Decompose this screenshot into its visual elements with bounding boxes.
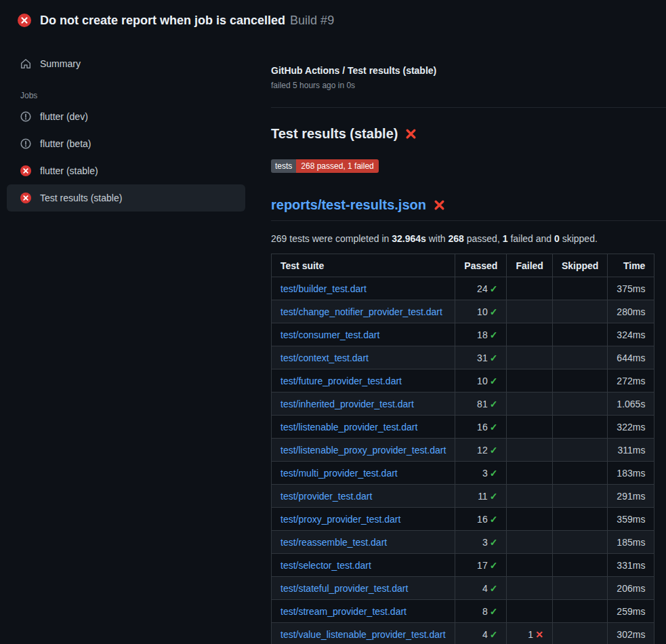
check-icon: ✓ bbox=[490, 329, 498, 340]
failed-status-icon bbox=[18, 14, 31, 27]
badge-label: tests bbox=[271, 159, 296, 173]
test-suite-link[interactable]: test/builder_test.dart bbox=[280, 283, 367, 294]
time-cell: 183ms bbox=[608, 462, 654, 485]
page-title: Do not create report when job is cancell… bbox=[40, 14, 285, 28]
check-title: Test results (stable) bbox=[271, 126, 398, 142]
test-suite-link[interactable]: test/selector_test.dart bbox=[280, 560, 371, 571]
time-cell: 644ms bbox=[608, 346, 654, 369]
table-row: test/reassemble_test.dart3✓185ms bbox=[272, 531, 654, 554]
test-suite-link[interactable]: test/multi_provider_test.dart bbox=[280, 468, 398, 479]
column-header: Failed bbox=[507, 254, 552, 277]
section-divider bbox=[271, 107, 666, 108]
failed-cell bbox=[507, 600, 552, 623]
check-icon: ✓ bbox=[490, 629, 498, 640]
sidebar-item-flutter-beta[interactable]: flutter (beta) bbox=[7, 130, 245, 157]
failed-cell bbox=[507, 531, 552, 554]
time-cell: 302ms bbox=[608, 623, 654, 644]
failed-cell bbox=[507, 346, 552, 369]
table-header-row: Test suitePassedFailedSkippedTime bbox=[272, 254, 654, 277]
test-suite-link[interactable]: test/consumer_test.dart bbox=[280, 329, 379, 340]
failed-cell bbox=[507, 300, 552, 323]
skipped-cell bbox=[552, 416, 607, 439]
check-icon: ✓ bbox=[490, 399, 498, 409]
test-suite-link[interactable]: test/context_test.dart bbox=[280, 353, 369, 363]
failed-cell bbox=[507, 577, 552, 600]
time-cell: 185ms bbox=[608, 531, 654, 554]
check-icon: ✓ bbox=[490, 583, 498, 594]
sidebar-item-label: flutter (beta) bbox=[40, 138, 91, 149]
sidebar-item-test-results-stable[interactable]: Test results (stable) bbox=[7, 184, 245, 212]
sidebar-item-flutter-stable[interactable]: flutter (stable) bbox=[7, 157, 245, 184]
jobs-sidebar: Summary Jobs flutter (dev) flutter (beta… bbox=[0, 41, 253, 644]
passed-cell: 10✓ bbox=[455, 369, 507, 393]
time-cell: 272ms bbox=[608, 369, 654, 393]
sidebar-item-label: flutter (dev) bbox=[40, 111, 88, 122]
time-cell: 322ms bbox=[608, 416, 654, 439]
skipped-cell bbox=[552, 462, 607, 485]
test-suite-link[interactable]: test/change_notifier_provider_test.dart bbox=[280, 306, 442, 317]
run-status-text: failed 5 hours ago in 0s bbox=[271, 81, 654, 90]
failed-cross-icon bbox=[434, 199, 445, 211]
test-suite-link[interactable]: test/value_listenable_provider_test.dart bbox=[280, 629, 446, 640]
skipped-cell bbox=[552, 485, 607, 508]
failed-cell bbox=[507, 393, 552, 416]
time-cell: 311ms bbox=[608, 439, 654, 462]
column-header: Passed bbox=[455, 254, 507, 277]
time-cell: 280ms bbox=[608, 300, 654, 323]
check-icon: ✓ bbox=[490, 560, 498, 571]
test-suite-link[interactable]: test/future_provider_test.dart bbox=[280, 376, 402, 386]
passed-cell: 10✓ bbox=[455, 300, 507, 323]
failed-cell bbox=[507, 439, 552, 462]
passed-cell: 24✓ bbox=[455, 277, 507, 300]
time-cell: 1.065s bbox=[608, 393, 654, 416]
passed-cell: 17✓ bbox=[455, 554, 507, 577]
table-row: test/future_provider_test.dart10✓272ms bbox=[272, 369, 654, 393]
test-suite-link[interactable]: test/listenable_proxy_provider_test.dart bbox=[280, 445, 446, 456]
passed-cell: 81✓ bbox=[455, 393, 507, 416]
report-file-link[interactable]: reports/test-results.json bbox=[271, 197, 426, 213]
sidebar-item-flutter-dev[interactable]: flutter (dev) bbox=[7, 103, 245, 130]
home-icon bbox=[20, 58, 31, 69]
check-icon: ✓ bbox=[490, 283, 498, 294]
sidebar-item-summary[interactable]: Summary bbox=[7, 50, 245, 77]
time-cell: 206ms bbox=[608, 577, 654, 600]
test-suite-link[interactable]: test/inherited_provider_test.dart bbox=[280, 399, 414, 409]
failed-cell bbox=[507, 369, 552, 393]
table-row: test/value_listenable_provider_test.dart… bbox=[272, 623, 654, 644]
failed-cross-icon bbox=[405, 128, 417, 140]
skipped-cell bbox=[552, 369, 607, 393]
passed-cell: 18✓ bbox=[455, 323, 507, 346]
jobs-section-heading: Jobs bbox=[20, 91, 245, 100]
table-row: test/listenable_proxy_provider_test.dart… bbox=[272, 439, 654, 462]
check-icon: ✓ bbox=[490, 606, 498, 617]
skipped-cell bbox=[552, 600, 607, 623]
table-row: test/change_notifier_provider_test.dart1… bbox=[272, 300, 654, 323]
failed-cell bbox=[507, 485, 552, 508]
test-suite-link[interactable]: test/listenable_provider_test.dart bbox=[280, 422, 417, 432]
test-suite-link[interactable]: test/stream_provider_test.dart bbox=[280, 606, 407, 617]
badge-value: 268 passed, 1 failed bbox=[296, 159, 378, 173]
skipped-cell bbox=[552, 346, 607, 369]
table-row: test/stateful_provider_test.dart4✓206ms bbox=[272, 577, 654, 600]
failed-cell bbox=[507, 277, 552, 300]
skipped-cell bbox=[552, 300, 607, 323]
test-suite-link[interactable]: test/proxy_provider_test.dart bbox=[280, 514, 400, 525]
check-icon: ✓ bbox=[490, 514, 498, 525]
passed-cell: 4✓ bbox=[455, 577, 507, 600]
table-row: test/stream_provider_test.dart8✓259ms bbox=[272, 600, 654, 623]
table-row: test/consumer_test.dart18✓324ms bbox=[272, 323, 654, 346]
tests-badge: tests 268 passed, 1 failed bbox=[271, 159, 379, 173]
check-icon: ✓ bbox=[490, 353, 498, 363]
table-row: test/provider_test.dart11✓291ms bbox=[272, 485, 654, 508]
test-summary-text: 269 tests were completed in 32.964s with… bbox=[271, 233, 654, 244]
test-suite-link[interactable]: test/provider_test.dart bbox=[280, 491, 372, 502]
table-row: test/context_test.dart31✓644ms bbox=[272, 346, 654, 369]
breadcrumb: GitHub Actions / Test results (stable) bbox=[271, 65, 654, 76]
check-icon: ✓ bbox=[490, 422, 498, 432]
table-row: test/listenable_provider_test.dart16✓322… bbox=[272, 416, 654, 439]
test-suite-link[interactable]: test/reassemble_test.dart bbox=[280, 537, 387, 548]
skipped-cell bbox=[552, 439, 607, 462]
test-suite-link[interactable]: test/stateful_provider_test.dart bbox=[280, 583, 408, 594]
time-cell: 375ms bbox=[608, 277, 654, 300]
skipped-cell bbox=[552, 323, 607, 346]
